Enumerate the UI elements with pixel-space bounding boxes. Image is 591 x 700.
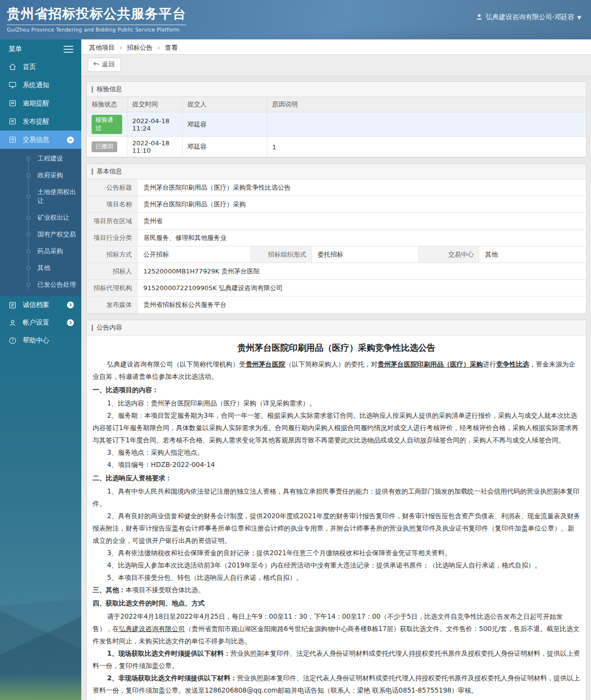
verification-table: 核验状态提交时间提交人原因说明 核验通过2022-04-18 11:24邓廷容已… [87,97,586,157]
section-title: 公告内容 [97,323,122,332]
basic-info-row: 公告标题贵州茅台医院印刷用品（医疗）采购竞争性比选公告 [87,179,586,196]
page-title: 贵州省招标投标公共服务平台 [7,5,186,25]
field-value: 贵州省 [137,213,586,229]
sidebar-item[interactable]: 帐户设置 [0,314,81,332]
column-header: 提交时间 [127,97,182,112]
section-title: 核验信息 [97,85,122,94]
sidebar-submenu: 工程建设政府采购土地使用权出让矿业权出让国有产权交易药品采购其他已发公告处理 [0,149,81,296]
announcement-paragraph: 5、本项目不接受分包、转包（比选响应人自行承诺，格式自拟）。 [93,571,580,584]
announcement-paragraph: 2、非现场获取比选文件时须提供以下材料：营业执照副本复印件、法定代表人身份证明材… [93,672,580,697]
field-label: 招标人 [87,263,137,279]
sidebar-item-label: 逾期提醒 [23,99,49,108]
announcement-paragraph: 2、服务期：本项目暂定服务期为3年，合同一年一签。根据采购人实际需求签订合同。比… [93,409,580,446]
menu-title: 菜单 [8,45,22,54]
announcement-paragraph: 3、具有依法缴纳税收和社会保障资金的良好记录；提供2021年任意三个月缴纳税收和… [93,547,580,559]
field-label: 交易中心 [418,246,479,263]
field-value: 12520000MB1H77929K 贵州茅台医院 [137,263,586,279]
announcement-paragraph: 1、具有中华人民共和国境内依法登记注册的独立法人资格，具有独立承担民事责任的能力… [93,485,580,510]
home-icon [8,63,17,71]
field-label: 项目所在区域 [87,213,137,229]
breadcrumb-separator: › [120,44,122,51]
sidebar-item-label: 诚信档案 [23,300,49,309]
announcement-paragraph: 请于2022年4月18日至2022年4月25日，每日上午9：00至11：30，下… [93,610,580,647]
field-value: 贵州茅台医院印刷用品（医疗）采购竞争性比选公告 [137,179,586,196]
app-header: 贵州省招标投标公共服务平台 GuiZhou Province Tendering… [0,0,591,39]
breadcrumb-separator: › [158,44,160,51]
user-icon [476,13,483,22]
announcement-paragraph: 二、比选响应人资格要求： [93,472,580,484]
column-header: 原因说明 [267,97,586,112]
announcement-paragraph: 4、项目编号：HDZB-2022-004-14 [93,459,580,471]
sidebar-item-label: 首页 [23,63,36,71]
status-badge: 核验通过 [92,115,122,134]
announcement-paragraph: 1、比选内容：贵州茅台医院印刷用品（医疗）采购（详见采购需求）。 [93,397,580,409]
announcement-paragraph: 四、获取比选文件的时间、地点、方式 [93,597,580,609]
sidebar-item[interactable]: 逾期提醒 [0,94,81,112]
caret-down-icon: ▼ [577,15,581,20]
field-value: 居民服务、修理和其他服务业 [137,230,586,246]
field-label: 发布媒体 [87,297,137,313]
sidebar-item[interactable]: 交易信息 [0,131,81,149]
announcement-paragraph: 五、比选文件递交截止时间及地点 [93,698,580,700]
back-icon [93,61,99,69]
field-label: 招标方式 [87,246,137,263]
folder-icon [8,135,17,144]
announcement-panel-header: 公告内容 [87,320,586,335]
sidebar-subitem[interactable]: 已发公告处理 [0,276,81,293]
content: 核验信息 核验状态提交时间提交人原因说明 核验通过2022-04-18 11:2… [81,76,591,700]
brand: 贵州省招标投标公共服务平台 GuiZhou Province Tendering… [0,0,186,39]
basic-info-row: 项目名称贵州茅台医院印刷用品（医疗）采购 [87,196,586,213]
basic-info-row: 项目所在区域贵州省 [87,213,586,230]
table-cell: 2022-04-18 11:10 [127,137,182,157]
field-value: 其他 [479,246,586,263]
breadcrumb: 其他项目›招标公告›查看 [81,39,591,55]
announcement-panel: 公告内容 贵州茅台医院印刷用品（医疗）采购竞争性比选公告 弘典建设咨询有限公司（… [86,320,587,700]
user-menu[interactable]: 弘典建设咨询有限公司-邓廷容 ▼ [476,13,581,22]
field-value: 91520000722109905K 弘典建设咨询有限公司 [137,280,586,296]
sidebar-subitem[interactable]: 工程建设 [0,150,81,167]
sidebar-item-label: 交易信息 [23,135,49,144]
announcement-doc-title: 贵州茅台医院印刷用品（医疗）采购竞争性比选公告 [93,341,580,354]
basic-info-row: 招标方式公开招标招标组织形式委托招标交易中心其他 [87,246,586,263]
sidebar-subitem[interactable]: 其他 [0,260,81,276]
table-row: 核验通过2022-04-18 11:24邓廷容 [87,112,586,137]
field-value: 贵州茅台医院印刷用品（医疗）采购 [137,196,586,212]
announcement-paragraph: 弘典建设咨询有限公司（以下简称代理机构）受贵州茅台医院（以下简称采购人）的委托，… [93,358,580,383]
verification-table-body: 核验通过2022-04-18 11:24邓廷容已撤回2022-04-18 11:… [87,112,586,157]
chevron-down-circle-icon [66,136,74,144]
field-value: 公开招标 [137,246,251,263]
sidebar-item[interactable]: ?帮助中心 [0,332,81,349]
monitor-icon [8,81,17,89]
basic-info-table: 公告标题贵州茅台医院印刷用品（医疗）采购竞争性比选公告项目名称贵州茅台医院印刷用… [87,179,586,313]
table-cell: 邓廷容 [182,112,267,137]
sidebar-menu-header: 菜单 [0,39,81,58]
sidebar-item[interactable]: 系统通知 [0,76,81,94]
sidebar-item[interactable]: 发布提醒 [0,112,81,131]
sidebar-subitem[interactable]: 药品采购 [0,243,81,260]
field-value: 委托招标 [312,246,418,263]
sidebar-item-label: 帮助中心 [23,336,49,345]
sidebar-subitem[interactable]: 矿业权出让 [0,209,81,226]
sidebar-subitem[interactable]: 土地使用权出让 [0,184,81,209]
sidebar-item[interactable]: 首页 [0,58,81,76]
sidebar-item-label: 发布提醒 [23,117,49,126]
toolbar: 返回 [81,55,591,76]
verification-panel: 核验信息 核验状态提交时间提交人原因说明 核验通过2022-04-18 11:2… [86,81,587,158]
hamburger-icon[interactable] [64,44,73,55]
announcement-paragraph: 3、服务地点：采购人指定地点。 [93,446,580,459]
chevron-right-circle-icon [66,301,74,309]
announcement-paragraph: 一、比选项目的内容： [93,384,580,396]
folder-icon [8,99,17,107]
sidebar-subitem[interactable]: 政府采购 [0,167,81,184]
sidebar-item[interactable]: 诚信档案 [0,296,81,314]
sidebar-nav: 首页系统通知逾期提醒发布提醒交易信息工程建设政府采购土地使用权出让矿业权出让国有… [0,58,81,349]
back-button[interactable]: 返回 [88,58,121,72]
basic-info-row: 项目行业分类居民服务、修理和其他服务业 [87,230,586,246]
table-row: 已撤回2022-04-18 11:10邓廷容1 [87,137,586,157]
sidebar-subitem[interactable]: 国有产权交易 [0,226,81,243]
table-header-row: 核验状态提交时间提交人原因说明 [87,97,586,112]
announcement-body: 贵州茅台医院印刷用品（医疗）采购竞争性比选公告 弘典建设咨询有限公司（以下简称代… [87,335,586,700]
column-header: 核验状态 [87,97,127,112]
sidebar-item-label: 系统通知 [23,81,49,90]
verification-panel-header: 核验信息 [87,82,586,97]
